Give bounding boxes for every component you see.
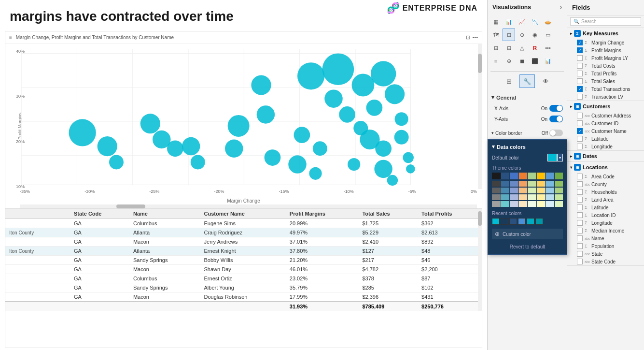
field-location-id[interactable]: Σ Location ID bbox=[567, 211, 644, 219]
viz-table-icon[interactable]: ⊞ bbox=[490, 42, 502, 54]
color-cell[interactable] bbox=[501, 194, 510, 200]
viz-treemap-icon[interactable]: ⬛ bbox=[529, 55, 541, 67]
color-cell[interactable] bbox=[555, 194, 563, 200]
field-total-sales[interactable]: Σ Total Sales bbox=[567, 77, 644, 85]
viz-map-icon[interactable]: 🗺 bbox=[490, 29, 502, 41]
field-group-customers-header[interactable]: ▸ ⊞ Customers bbox=[567, 101, 644, 112]
longitude-checkbox[interactable] bbox=[577, 144, 583, 149]
area-code-checkbox[interactable] bbox=[577, 174, 583, 179]
loc-longitude-checkbox[interactable] bbox=[577, 220, 583, 226]
color-cell[interactable] bbox=[519, 188, 528, 193]
color-cell[interactable] bbox=[555, 173, 563, 179]
loc-name-checkbox[interactable] bbox=[577, 235, 583, 241]
households-checkbox[interactable] bbox=[577, 189, 583, 195]
profit-margins-checkbox[interactable]: ✓ bbox=[577, 47, 583, 53]
color-cell[interactable] bbox=[528, 201, 536, 207]
field-land-area[interactable]: Σ Land Area bbox=[567, 196, 644, 204]
col-customer[interactable]: Customer Name bbox=[200, 209, 286, 219]
field-customer-name[interactable]: ✓ abc Customer Name bbox=[567, 127, 644, 135]
field-loc-latitude[interactable]: Σ Latitude bbox=[567, 204, 644, 211]
viz-r-icon[interactable]: R bbox=[529, 42, 541, 54]
table-row[interactable]: GA Sandy Springs Bobby Willis 21.20% $21… bbox=[5, 256, 482, 265]
total-sales-checkbox[interactable] bbox=[577, 78, 583, 84]
recent-color-4[interactable] bbox=[518, 218, 526, 225]
color-cell[interactable] bbox=[555, 188, 563, 193]
viz-gauge-icon[interactable]: ◉ bbox=[529, 29, 541, 41]
field-state[interactable]: abc State bbox=[567, 250, 644, 258]
field-area-code[interactable]: Σ Area Code bbox=[567, 173, 644, 180]
color-cell[interactable] bbox=[546, 188, 554, 193]
field-transaction-lv[interactable]: Σ Transaction LV bbox=[567, 93, 644, 101]
table-row[interactable]: GA Macon Douglas Robinson 17.99% $2,396 … bbox=[5, 292, 482, 302]
table-vscroll-thumb[interactable] bbox=[478, 211, 482, 226]
viz-waterfall-icon[interactable]: 📊 bbox=[542, 55, 554, 67]
color-picker[interactable]: ▾ bbox=[547, 154, 563, 161]
total-costs-checkbox[interactable] bbox=[577, 63, 583, 69]
color-cell[interactable] bbox=[537, 188, 546, 193]
color-cell[interactable] bbox=[501, 188, 510, 193]
h-scrollbar[interactable] bbox=[20, 204, 477, 208]
color-cell[interactable] bbox=[492, 188, 501, 193]
viz-area-icon[interactable]: 📉 bbox=[529, 15, 541, 28]
transaction-lv-checkbox[interactable] bbox=[577, 94, 583, 100]
viz-panel-expand[interactable]: › bbox=[560, 4, 562, 11]
total-transactions-checkbox[interactable]: ✓ bbox=[577, 86, 583, 92]
color-cell[interactable] bbox=[501, 181, 510, 187]
color-dropdown[interactable]: ▾ bbox=[557, 154, 563, 161]
viz-combo-icon[interactable]: ⊕ bbox=[503, 55, 515, 67]
field-state-code[interactable]: abc State Code bbox=[567, 258, 644, 265]
color-cell[interactable] bbox=[537, 173, 546, 179]
col-profits[interactable]: Total Profits bbox=[418, 209, 482, 219]
field-margin-change[interactable]: ✓ Σ Margin Change bbox=[567, 39, 644, 46]
col-sales[interactable]: Total Sales bbox=[358, 209, 418, 219]
field-population[interactable]: Σ Population bbox=[567, 242, 644, 250]
land-area-checkbox[interactable] bbox=[577, 197, 583, 203]
h-scroll-thumb[interactable] bbox=[116, 204, 145, 208]
table-vscrollbar[interactable] bbox=[478, 209, 482, 311]
more-icon[interactable]: ••• bbox=[472, 34, 478, 41]
customer-address-checkbox[interactable] bbox=[577, 113, 583, 118]
color-swatch[interactable] bbox=[547, 154, 557, 161]
color-cell[interactable] bbox=[555, 201, 563, 207]
viz-hbar-icon[interactable]: ≡ bbox=[490, 55, 502, 67]
field-group-locations-header[interactable]: ▾ ⊞ Locations bbox=[567, 162, 644, 173]
recent-color-2[interactable] bbox=[501, 218, 508, 225]
customer-name-checkbox[interactable]: ✓ bbox=[577, 128, 583, 134]
field-longitude[interactable]: Σ Longitude bbox=[567, 143, 644, 150]
recent-color-6[interactable] bbox=[535, 218, 543, 225]
field-total-profits[interactable]: Σ Total Profits bbox=[567, 70, 644, 77]
color-cell[interactable] bbox=[510, 173, 518, 179]
margin-change-checkbox[interactable]: ✓ bbox=[577, 40, 583, 45]
table-row[interactable]: GA Columbus Eugene Sims 20.99% $1,725 $3… bbox=[5, 219, 482, 228]
color-cell[interactable] bbox=[492, 173, 501, 179]
table-row[interactable]: GA Macon Shawn Day 46.01% $4,782 $2,200 bbox=[5, 265, 482, 274]
county-checkbox[interactable] bbox=[577, 181, 583, 187]
col-state[interactable]: State Code bbox=[70, 209, 129, 219]
viz-line-icon[interactable]: 📈 bbox=[516, 15, 528, 28]
color-cell[interactable] bbox=[510, 201, 518, 207]
field-profit-margins-ly[interactable]: Σ Profit Margins LY bbox=[567, 54, 644, 62]
field-customer-id[interactable]: abc Customer ID bbox=[567, 119, 644, 127]
viz-pie-icon[interactable]: 🥧 bbox=[542, 15, 554, 28]
color-cell[interactable] bbox=[555, 181, 563, 187]
viz-scatter-icon[interactable]: ⊡ bbox=[503, 29, 515, 41]
color-cell[interactable] bbox=[519, 181, 528, 187]
field-group-dates-header[interactable]: ▸ ⊞ Dates bbox=[567, 151, 644, 161]
field-customer-address[interactable]: abc Customer Address bbox=[567, 112, 644, 119]
color-cell[interactable] bbox=[510, 194, 518, 200]
v-scrollbar[interactable] bbox=[478, 44, 482, 189]
recent-color-5[interactable] bbox=[527, 218, 534, 225]
field-profit-margins[interactable]: ✓ Σ Profit Margins bbox=[567, 46, 644, 54]
table-row[interactable]: GA Sandy Springs Albert Young 35.79% $28… bbox=[5, 283, 482, 292]
viz-matrix-icon[interactable]: ⊟ bbox=[503, 42, 515, 54]
color-cell[interactable] bbox=[519, 201, 528, 207]
median-income-checkbox[interactable] bbox=[577, 228, 583, 233]
viz-bubble-icon[interactable]: ⊙ bbox=[516, 29, 528, 41]
field-households[interactable]: Σ Households bbox=[567, 188, 644, 196]
field-latitude[interactable]: Σ Latitude bbox=[567, 135, 644, 143]
viz-card-icon[interactable]: ▭ bbox=[542, 29, 554, 41]
color-cell[interactable] bbox=[528, 194, 536, 200]
color-cell[interactable] bbox=[492, 201, 501, 207]
table-row[interactable]: Iton County GA Atlanta Craig Rodriguez 4… bbox=[5, 228, 482, 237]
viz-filled-map-icon[interactable]: ◼ bbox=[516, 55, 528, 67]
